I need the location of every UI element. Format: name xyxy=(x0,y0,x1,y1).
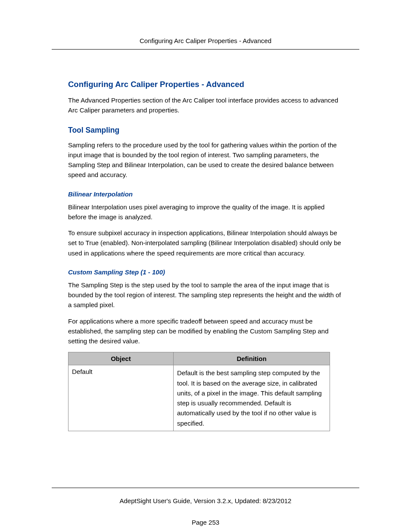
bilinear-paragraph-1: Bilinear Interpolation uses pixel averag… xyxy=(68,202,344,222)
table-header-row: Object Definition xyxy=(68,352,330,365)
document-page: Configuring Arc Caliper Properties - Adv… xyxy=(0,0,411,532)
page-content: Configuring Arc Caliper Properties - Adv… xyxy=(68,80,344,431)
definition-table: Object Definition Default Default is the… xyxy=(68,352,330,431)
table-cell-definition: Default is the best sampling step comput… xyxy=(174,365,330,431)
footer-guide-line: AdeptSight User's Guide, Version 3.2.x, … xyxy=(52,497,359,504)
heading-bilinear-interpolation: Bilinear Interpolation xyxy=(68,190,344,198)
table-header-definition: Definition xyxy=(174,352,330,365)
footer-page-number: Page 253 xyxy=(52,519,359,526)
custom-sampling-paragraph-2: For applications where a more specific t… xyxy=(68,316,344,346)
intro-paragraph: The Advanced Properties section of the A… xyxy=(68,95,344,115)
header-rule xyxy=(52,49,359,50)
table-row: Default Default is the best sampling ste… xyxy=(68,365,330,431)
custom-sampling-paragraph-1: The Sampling Step is the step used by th… xyxy=(68,280,344,310)
footer-rule xyxy=(52,488,359,488)
heading-1: Configuring Arc Caliper Properties - Adv… xyxy=(68,80,344,89)
table-header-object: Object xyxy=(68,352,174,365)
tool-sampling-paragraph: Sampling refers to the procedure used by… xyxy=(68,140,344,180)
table-cell-object: Default xyxy=(68,365,174,431)
running-header: Configuring Arc Caliper Properties - Adv… xyxy=(52,37,359,44)
bilinear-paragraph-2: To ensure subpixel accuracy in inspectio… xyxy=(68,228,344,258)
heading-custom-sampling-step: Custom Sampling Step (1 - 100) xyxy=(68,268,344,276)
heading-tool-sampling: Tool Sampling xyxy=(68,126,344,135)
